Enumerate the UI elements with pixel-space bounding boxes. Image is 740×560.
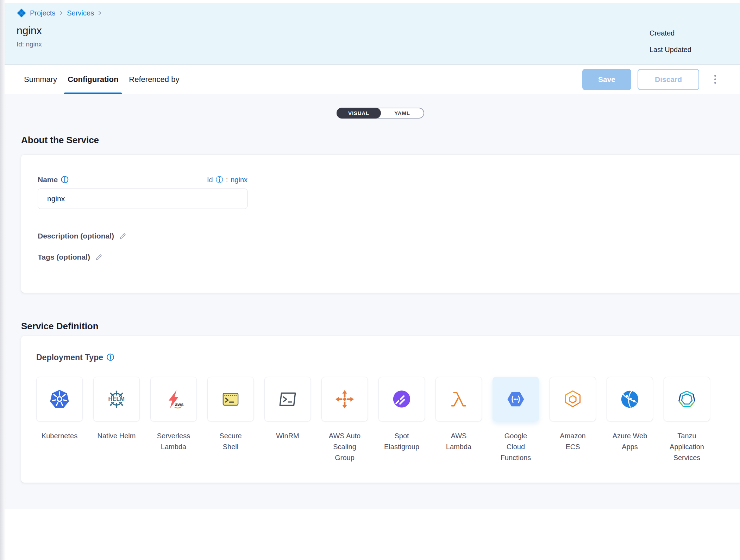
deployment-type-tile[interactable] xyxy=(207,377,254,421)
last-updated-label: Last Updated xyxy=(650,45,706,54)
service-header: Projects Services nginx Id: nginx Create… xyxy=(5,3,740,65)
deployment-type-option: awsServerless Lambda xyxy=(150,377,197,463)
edit-pencil-icon[interactable] xyxy=(95,253,103,261)
discard-button[interactable]: Discard xyxy=(638,69,699,90)
serverless-lambda-icon: aws xyxy=(163,389,184,409)
deployment-type-label: Kubernetes xyxy=(40,431,79,441)
service-id-text: Id: nginx xyxy=(17,40,42,49)
deployment-type-option: Azure Web Apps xyxy=(607,377,653,463)
deployment-type-option: AWS Auto Scaling Group xyxy=(321,377,368,463)
info-icon[interactable]: ⓘ xyxy=(107,354,114,361)
winrm-icon xyxy=(277,389,298,409)
aws-auto-scaling-icon xyxy=(334,389,355,409)
deployment-type-label: Tanzu Application Services xyxy=(667,431,707,463)
tab-configuration[interactable]: Configuration xyxy=(62,65,124,94)
page-title: nginx xyxy=(17,24,42,37)
about-the-service-heading: About the Service xyxy=(21,135,740,146)
deployment-type-tile[interactable] xyxy=(493,377,539,421)
more-options-menu-icon[interactable] xyxy=(711,72,719,87)
deployment-type-tile[interactable] xyxy=(378,377,425,421)
description-label: Description (optional) xyxy=(38,232,114,240)
id-label: Id xyxy=(207,176,213,184)
native-helm-icon: HELM xyxy=(106,389,127,409)
svg-text:aws: aws xyxy=(175,402,184,407)
kubernetes-icon xyxy=(49,389,70,410)
deployment-type-label: AWS Lambda xyxy=(439,431,478,452)
azure-web-apps-icon xyxy=(620,389,640,409)
deployment-type-label: Serverless Lambda xyxy=(154,431,193,452)
info-icon[interactable]: ⓘ xyxy=(216,176,223,184)
deployment-type-tile[interactable] xyxy=(321,377,368,421)
breadcrumb-services-link[interactable]: Services xyxy=(67,9,94,17)
configuration-content: VISUAL YAML About the Service Name ⓘ Id … xyxy=(5,94,740,509)
deployment-type-label: WinRM xyxy=(268,431,307,441)
chevron-right-icon xyxy=(59,10,63,16)
toggle-yaml[interactable]: YAML xyxy=(381,108,424,118)
google-cloud-functions-icon xyxy=(506,389,526,409)
id-row: Id ⓘ : nginx xyxy=(207,176,247,184)
deployment-type-label-row: Deployment Type ⓘ xyxy=(36,352,725,363)
deployment-type-label: Secure Shell xyxy=(211,431,250,452)
deployment-type-option: Tanzu Application Services xyxy=(664,377,710,463)
name-label-row: Name ⓘ xyxy=(38,176,68,184)
deployment-type-tile[interactable] xyxy=(550,377,596,421)
deployment-type-option: Amazon ECS xyxy=(550,377,596,463)
deployment-type-tile[interactable] xyxy=(664,377,710,421)
save-button[interactable]: Save xyxy=(582,69,631,90)
id-value-link[interactable]: nginx xyxy=(231,176,247,184)
svg-text:HELM: HELM xyxy=(108,396,125,402)
toggle-visual[interactable]: VISUAL xyxy=(337,108,381,119)
service-definition-card: Deployment Type ⓘ KubernetesHELMNative H… xyxy=(21,336,740,483)
deployment-type-label: Amazon ECS xyxy=(553,431,592,452)
aws-lambda-icon xyxy=(449,389,469,409)
tab-bar: Summary Configuration Referenced by Save… xyxy=(5,65,740,94)
deployment-type-label: AWS Auto Scaling Group xyxy=(325,431,364,463)
service-meta: Created Last Updated xyxy=(650,24,706,54)
deployment-type-option: WinRM xyxy=(264,377,311,463)
deployment-type-label: Azure Web Apps xyxy=(610,431,650,452)
spot-elastigroup-icon xyxy=(391,389,412,409)
header-actions: Save Discard xyxy=(582,69,719,90)
deployment-type-label: Deployment Type xyxy=(36,353,103,362)
tab-summary[interactable]: Summary xyxy=(19,65,62,94)
deployment-type-option: AWS Lambda xyxy=(435,377,482,463)
deployment-type-option: HELMNative Helm xyxy=(93,377,140,463)
id-separator: : xyxy=(226,176,228,184)
title-block: nginx Id: nginx xyxy=(17,24,42,54)
deployment-type-option: Secure Shell xyxy=(207,377,254,463)
deployment-type-tile[interactable] xyxy=(435,377,482,421)
edit-pencil-icon[interactable] xyxy=(119,232,127,240)
tanzu-application-services-icon xyxy=(677,389,697,409)
visual-yaml-toggle: VISUAL YAML xyxy=(337,108,424,119)
breadcrumb-projects-link[interactable]: Projects xyxy=(30,9,55,17)
deployment-type-label: Spot Elastigroup xyxy=(382,431,421,452)
service-name-input[interactable] xyxy=(38,189,247,209)
deployment-type-option: Spot Elastigroup xyxy=(378,377,425,463)
deployment-type-option: Google Cloud Functions xyxy=(493,377,539,463)
tags-label: Tags (optional) xyxy=(38,253,90,261)
about-service-card: Name ⓘ Id ⓘ : nginx Description (optiona… xyxy=(21,155,740,293)
deployment-type-tile[interactable] xyxy=(607,377,653,421)
deployment-type-label: Google Cloud Functions xyxy=(496,431,535,463)
service-definition-heading: Service Definition xyxy=(21,321,740,332)
created-label: Created xyxy=(650,29,706,37)
name-label: Name xyxy=(38,176,58,184)
page-shell: Projects Services nginx Id: nginx Create… xyxy=(5,3,740,509)
info-icon[interactable]: ⓘ xyxy=(61,176,68,184)
breadcrumb: Projects Services xyxy=(17,8,740,18)
deployment-type-tile[interactable]: aws xyxy=(150,377,197,421)
chevron-right-icon xyxy=(98,10,102,16)
left-edge-shadow xyxy=(0,0,6,560)
deployment-type-tiles: KubernetesHELMNative HelmawsServerless L… xyxy=(36,377,725,463)
deployment-type-label: Native Helm xyxy=(97,431,136,441)
deployment-type-option: Kubernetes xyxy=(36,377,83,463)
amazon-ecs-icon xyxy=(563,389,583,409)
tab-referenced-by[interactable]: Referenced by xyxy=(124,65,184,94)
projects-grid-icon xyxy=(17,8,26,18)
deployment-type-tile[interactable]: HELM xyxy=(93,377,140,421)
deployment-type-tile[interactable] xyxy=(36,377,83,421)
secure-shell-icon xyxy=(220,389,241,409)
deployment-type-tile[interactable] xyxy=(264,377,311,421)
